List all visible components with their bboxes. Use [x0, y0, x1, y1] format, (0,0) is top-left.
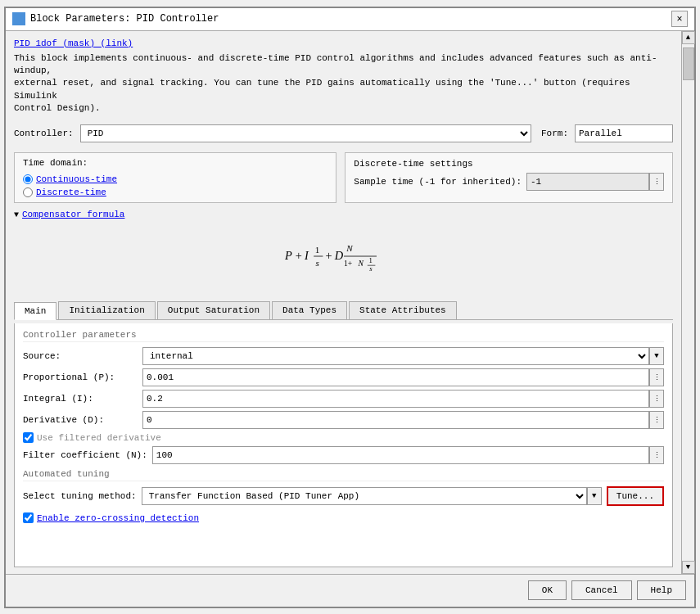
svg-text:1: 1	[368, 256, 372, 264]
svg-text:+: +	[325, 249, 332, 262]
tab-output-saturation[interactable]: Output Saturation	[157, 301, 270, 319]
source-dropdown[interactable]: internal	[142, 347, 649, 365]
scroll-down-arrow[interactable]: ▼	[682, 561, 695, 574]
continuous-radio[interactable]	[23, 174, 33, 184]
title-bar-left: Block Parameters: PID Controller	[12, 12, 219, 25]
tab-main[interactable]: Main	[14, 302, 56, 320]
continuous-radio-row: Continuous-time	[23, 174, 327, 184]
zero-crossing-label[interactable]: Enable zero-crossing detection	[37, 513, 199, 523]
derivative-input[interactable]	[142, 411, 649, 429]
cancel-button[interactable]: Cancel	[571, 580, 632, 600]
formula-svg: P + I 1 s + D N 1+ N 1 s	[278, 228, 409, 285]
controller-row: Controller: PID Form:	[14, 124, 673, 142]
proportional-label: Proportional (P):	[23, 372, 138, 382]
proportional-input-container: ⋮	[142, 368, 664, 386]
main-dialog: Block Parameters: PID Controller × ▲ ▼ P…	[4, 7, 696, 608]
svg-text:P: P	[284, 249, 292, 262]
form-input[interactable]	[575, 124, 673, 142]
integral-dots[interactable]: ⋮	[649, 390, 664, 408]
tune-row: Select tuning method: Transfer Function …	[23, 486, 664, 506]
discrete-settings-group: Discrete-time settings Sample time (-1 f…	[345, 152, 673, 203]
help-button[interactable]: Help	[637, 580, 686, 600]
close-button[interactable]: ×	[671, 11, 688, 27]
discrete-radio[interactable]	[23, 187, 33, 197]
dialog-icon	[12, 12, 25, 25]
tab-state-attributes[interactable]: State Attributes	[349, 301, 457, 319]
formula-area: P + I 1 s + D N 1+ N 1 s	[14, 219, 673, 293]
controller-dropdown-container: PID Form:	[80, 124, 673, 142]
integral-input-container: ⋮	[142, 390, 664, 408]
controller-label: Controller:	[14, 129, 74, 138]
desc-content: This block implements continuous- and di…	[14, 53, 657, 114]
scroll-thumb[interactable]	[683, 47, 694, 80]
integral-row: Integral (I): ⋮	[23, 390, 664, 408]
discrete-radio-row: Discrete-time	[23, 187, 327, 197]
zero-crossing-checkbox[interactable]	[23, 512, 34, 523]
filter-coeff-input[interactable]	[152, 446, 649, 464]
header-link: PID 1dof (mask) (link)	[14, 38, 673, 49]
filter-coeff-dots[interactable]: ⋮	[649, 446, 664, 464]
bottom-bar: OK Cancel Help	[6, 574, 694, 607]
source-input-container: internal ▼	[142, 347, 664, 365]
derivative-row: Derivative (D): ⋮	[23, 411, 664, 429]
proportional-dots[interactable]: ⋮	[649, 368, 664, 386]
automated-tuning-title: Automated tuning	[23, 469, 664, 481]
filter-coeff-input-container: ⋮	[152, 446, 664, 464]
description-text: This block implements continuous- and di…	[14, 52, 673, 115]
tune-button[interactable]: Tune...	[607, 486, 664, 506]
proportional-input[interactable]	[142, 368, 649, 386]
sample-time-input[interactable]	[526, 173, 649, 191]
svg-text:+: +	[295, 249, 301, 262]
tab-data-types[interactable]: Data Types	[272, 301, 347, 319]
tab-content-main: Controller parameters Source: internal ▼…	[14, 323, 673, 567]
tune-method-arrow[interactable]: ▼	[587, 487, 602, 505]
scroll-up-arrow[interactable]: ▲	[682, 31, 695, 44]
svg-text:1: 1	[314, 245, 319, 255]
discrete-settings-title: Discrete-time settings	[354, 159, 472, 169]
zero-crossing-row: Enable zero-crossing detection	[23, 512, 664, 523]
select-tuning-label: Select tuning method:	[23, 491, 137, 501]
sample-time-dots[interactable]: ⋮	[649, 173, 664, 191]
filter-coeff-label: Filter coefficient (N):	[23, 450, 147, 460]
source-label: Source:	[23, 351, 138, 361]
title-bar: Block Parameters: PID Controller ×	[6, 8, 694, 31]
derivative-input-container: ⋮	[142, 411, 664, 429]
content-area: PID 1dof (mask) (link) This block implem…	[6, 31, 681, 574]
compensator-label[interactable]: Compensator formula	[22, 210, 124, 219]
derivative-label: Derivative (D):	[23, 415, 138, 425]
time-domain-title: Time domain:	[23, 158, 327, 168]
continuous-label[interactable]: Continuous-time	[36, 174, 117, 184]
use-filtered-checkbox[interactable]	[23, 432, 34, 443]
chevron-icon: ▼	[14, 210, 19, 219]
ok-button[interactable]: OK	[528, 580, 567, 600]
svg-text:s: s	[315, 258, 319, 268]
use-filtered-row: Use filtered derivative	[23, 432, 664, 443]
tabs-bar: Main Initialization Output Saturation Da…	[14, 301, 673, 320]
scrollbar[interactable]: ▲ ▼	[681, 31, 694, 574]
integral-input[interactable]	[142, 390, 649, 408]
discrete-label[interactable]: Discrete-time	[36, 187, 106, 197]
form-label: Form:	[541, 129, 568, 138]
tune-method-dropdown[interactable]: Transfer Function Based (PID Tuner App)	[142, 487, 587, 505]
source-dots[interactable]: ▼	[649, 347, 664, 365]
svg-text:1+: 1+	[344, 259, 352, 268]
svg-text:D: D	[333, 249, 343, 262]
automated-tuning-section: Automated tuning Select tuning method: T…	[23, 469, 664, 506]
svg-text:s: s	[369, 265, 373, 273]
derivative-dots[interactable]: ⋮	[649, 411, 664, 429]
source-row: Source: internal ▼	[23, 347, 664, 365]
sample-time-row: Sample time (-1 for inherited): ⋮	[354, 173, 664, 191]
compensator-toggle[interactable]: ▼ Compensator formula	[14, 210, 673, 219]
controller-dropdown[interactable]: PID	[80, 124, 531, 142]
proportional-row: Proportional (P): ⋮	[23, 368, 664, 386]
filter-coeff-row: Filter coefficient (N): ⋮	[23, 446, 664, 464]
tab-initialization[interactable]: Initialization	[58, 301, 155, 319]
mask-link[interactable]: PID 1dof (mask) (link)	[14, 38, 133, 48]
settings-row: Time domain: Continuous-time Discrete-ti…	[14, 152, 673, 203]
dialog-title: Block Parameters: PID Controller	[30, 13, 219, 25]
svg-text:I: I	[304, 249, 309, 262]
svg-text:N: N	[357, 259, 364, 268]
compensator-section: ▼ Compensator formula P + I 1 s + D N	[14, 210, 673, 293]
integral-label: Integral (I):	[23, 394, 138, 404]
sample-time-label: Sample time (-1 for inherited):	[354, 177, 522, 187]
